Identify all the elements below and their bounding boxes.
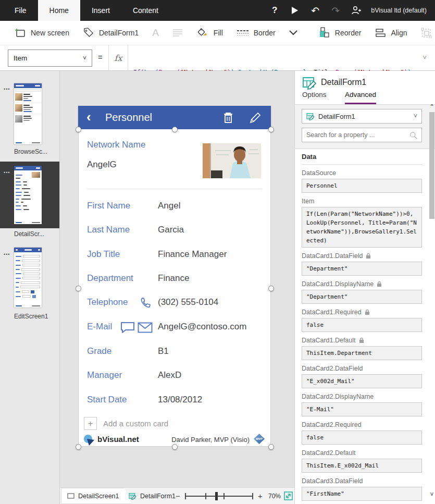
selection-handle[interactable]	[76, 444, 81, 450]
rename-control-button[interactable]: DetailForm1	[83, 28, 139, 38]
edit-record-icon[interactable]	[249, 112, 262, 126]
field-value: AlexD	[158, 370, 181, 380]
field-row-firstname[interactable]: First Name Angel	[79, 201, 270, 214]
field-row-email[interactable]: E-Mail AngelG@contoso.com	[79, 322, 270, 335]
property-value-box[interactable]: "E_x002d_Mail"	[302, 374, 422, 388]
zoom-slider-thumb[interactable]	[215, 492, 218, 500]
phone-icon[interactable]	[139, 296, 153, 312]
screen-thumbnail-edit[interactable]	[14, 248, 42, 308]
phone-screen[interactable]: ‹ Personnel Network Name Angel	[78, 106, 271, 447]
breadcrumb-control-label: DetailForm1	[140, 493, 176, 500]
property-value-box[interactable]: false	[302, 318, 422, 332]
selection-handle[interactable]	[172, 127, 178, 132]
field-value: Garcia	[158, 225, 184, 235]
tab-insert[interactable]: Insert	[80, 0, 121, 21]
reorder-label: Reorder	[335, 29, 362, 37]
property-value-box[interactable]: Personnel	[302, 179, 422, 193]
border-button[interactable]: Border	[237, 29, 276, 37]
property-value-box[interactable]: "FirstName"	[302, 487, 422, 501]
fx-icon: fx	[108, 45, 128, 70]
screen-menu-dots[interactable]: •••	[4, 252, 10, 257]
border-label: Border	[254, 29, 276, 37]
tab-advanced[interactable]: Advanced	[345, 91, 376, 104]
screen-thumbnail-detail[interactable]	[14, 166, 42, 224]
footer-brand[interactable]: bVisual.net	[97, 435, 139, 444]
selection-handle[interactable]	[268, 286, 274, 291]
zoom-in-button[interactable]: +	[258, 491, 263, 500]
property-value-box[interactable]: "Department"	[302, 290, 422, 304]
share-user-icon[interactable]	[351, 5, 361, 16]
control-selector-dropdown[interactable]: DetailForm1 ˅	[302, 109, 422, 124]
property-value-box[interactable]: false	[302, 431, 422, 445]
align-button[interactable]: Align	[375, 28, 407, 38]
delete-record-icon[interactable]	[223, 112, 233, 126]
chat-icon[interactable]	[120, 321, 135, 336]
lock-icon	[359, 337, 364, 343]
tab-content[interactable]: Content	[121, 0, 170, 21]
form-control-icon	[302, 76, 317, 90]
property-value-box[interactable]: "E-Mail"	[302, 402, 422, 416]
footer-credit: David Parker, MVP (Visio)	[171, 436, 250, 444]
property-selector[interactable]: Item ˅	[8, 50, 92, 67]
play-preview-icon[interactable]	[290, 5, 300, 16]
account-name[interactable]: bVisual ltd (default)	[371, 7, 427, 14]
field-row-grade[interactable]: Grade B1	[79, 346, 270, 360]
thumb-body	[14, 252, 42, 301]
align-icon	[375, 28, 386, 38]
design-canvas[interactable]: ‹ Personnel Network Name Angel	[60, 71, 294, 487]
detail-form[interactable]: Network Name AngelG First Name Angel	[78, 129, 271, 447]
field-label: E-Mail	[87, 322, 112, 332]
scroll-down-icon[interactable]: ˅	[428, 491, 435, 498]
selection-handle[interactable]	[76, 127, 81, 132]
scroll-up-icon[interactable]: ⌃	[428, 103, 435, 110]
undo-icon[interactable]: ↶	[310, 5, 320, 16]
new-screen-button[interactable]: New screen	[15, 28, 69, 38]
help-icon[interactable]: ?	[269, 5, 280, 16]
field-row-telephone[interactable]: Telephone (302) 555-0104	[79, 297, 270, 311]
envelope-icon[interactable]	[138, 322, 153, 335]
zoom-level[interactable]: 70%	[268, 493, 281, 500]
reorder-button[interactable]: Reorder	[319, 27, 362, 39]
property-value-box[interactable]: "Department"	[302, 262, 422, 276]
lock-icon	[377, 281, 382, 287]
more-formatting-chevron[interactable]	[289, 30, 297, 35]
fit-to-window-button[interactable]	[284, 491, 293, 502]
selection-handle[interactable]	[172, 444, 178, 450]
screen-menu-dots[interactable]: •••	[4, 87, 10, 92]
thumb-person-row	[14, 92, 42, 103]
field-row-startdate[interactable]: Start Date 13/08/2012	[79, 395, 270, 408]
breadcrumb-control[interactable]: DetailForm1	[129, 488, 176, 504]
fill-button[interactable]: Fill	[196, 27, 223, 39]
field-row-jobtitle[interactable]: Job Title Finance Manager	[79, 249, 270, 263]
property-search-input[interactable]	[306, 131, 406, 139]
zoom-out-button[interactable]: −	[176, 491, 180, 500]
back-icon[interactable]: ‹	[86, 109, 91, 125]
selection-handle[interactable]	[268, 444, 274, 450]
property-value-box[interactable]: ThisItem.E_x002d_Mail	[302, 459, 422, 473]
section-divider	[87, 189, 262, 189]
screen-menu-dots[interactable]: •••	[4, 170, 10, 175]
tab-options[interactable]: Options	[302, 91, 327, 104]
formula-expand-chevron[interactable]: ˅	[422, 54, 427, 62]
screen-name-detail[interactable]: DetailScr...	[14, 230, 44, 238]
property-value-box[interactable]: ThisItem.Department	[302, 346, 422, 360]
selection-handle[interactable]	[76, 286, 81, 291]
tab-file[interactable]: File	[3, 0, 38, 21]
property-value-box[interactable]: If(Len(Param("NetworkName"))>0, LookUp(P…	[302, 207, 422, 248]
field-row-department[interactable]: Department Finance	[79, 273, 270, 287]
selection-handle[interactable]	[268, 127, 274, 132]
add-card-button[interactable]: +	[84, 417, 97, 430]
screen-name-edit[interactable]: EditScreen1	[14, 313, 48, 320]
field-row-manager[interactable]: Manager AlexD	[79, 370, 270, 384]
property-name: DataCard2.DisplayName	[302, 393, 374, 400]
field-row-lastname[interactable]: Last Name Garcia	[79, 225, 270, 238]
screen-thumbnail-browse[interactable]	[14, 83, 42, 144]
panel-scrollbar[interactable]	[429, 112, 434, 219]
screen-name-browse[interactable]: BrowseSc...	[14, 148, 47, 155]
breadcrumb-screen-label: DetailScreen1	[78, 493, 119, 500]
breadcrumb-screen[interactable]: DetailScreen1	[61, 488, 132, 504]
screen-title-bar[interactable]: ‹ Personnel	[78, 106, 271, 129]
zoom-slider-track[interactable]	[185, 496, 253, 497]
property-search-box[interactable]	[302, 128, 422, 142]
tab-home[interactable]: Home	[38, 0, 80, 21]
